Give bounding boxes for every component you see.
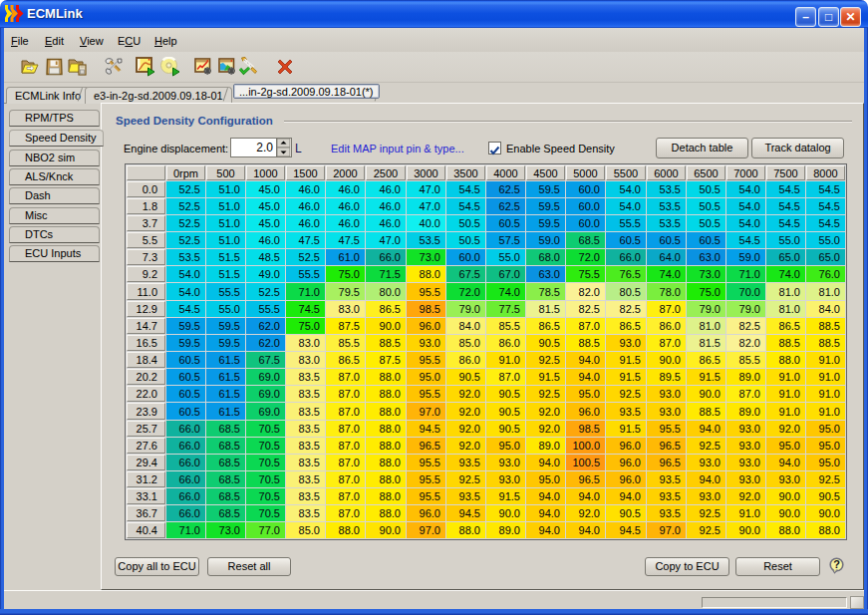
- svg-text:?: ?: [833, 558, 840, 570]
